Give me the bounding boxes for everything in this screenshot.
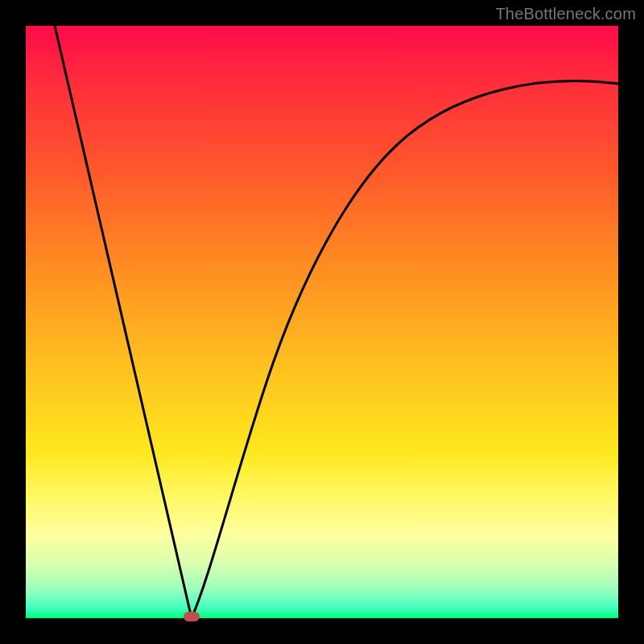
bottleneck-curve	[26, 26, 618, 618]
watermark-text: TheBottleneck.com	[495, 5, 636, 23]
optimal-point-marker	[184, 612, 200, 621]
chart-frame: TheBottleneck.com	[0, 0, 644, 644]
curve-path	[55, 26, 618, 618]
plot-area	[26, 26, 618, 618]
